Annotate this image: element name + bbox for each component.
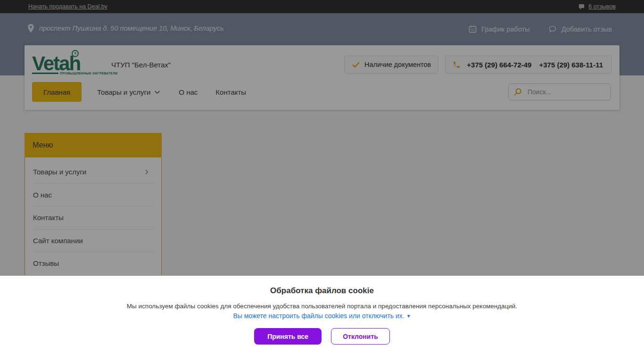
cookie-consent-banner: Обработка файлов cookie Мы используем фа…	[0, 276, 644, 362]
cookie-title: Обработка файлов cookie	[0, 286, 644, 296]
accept-all-button[interactable]: Принять все	[254, 328, 322, 345]
triangle-down-icon: ▼	[406, 313, 411, 319]
cookie-message: Мы используем файлы cookies для обеспече…	[0, 303, 644, 310]
decline-button[interactable]: Отклонить	[331, 328, 390, 345]
cookie-buttons-row: Принять все Отклонить	[0, 328, 644, 345]
cookie-settings-link[interactable]: Вы можете настроить файлы cookies или от…	[233, 312, 411, 320]
cookie-settings-label: Вы можете настроить файлы cookies или от…	[233, 312, 404, 320]
